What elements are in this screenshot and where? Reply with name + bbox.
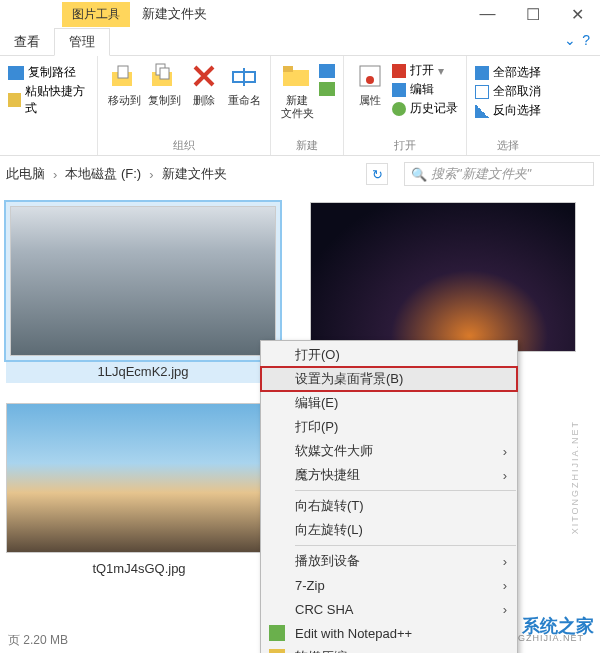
delete-icon <box>188 60 220 92</box>
contextual-tab[interactable]: 图片工具 <box>62 2 130 27</box>
close-button[interactable]: ✕ <box>555 0 600 28</box>
submenu-arrow-icon: › <box>503 578 507 593</box>
cm-mofang[interactable]: 魔方快捷组› <box>261 463 517 487</box>
cm-separator <box>295 490 516 491</box>
open-icon <box>392 64 406 78</box>
cm-open[interactable]: 打开(O) <box>261 343 517 367</box>
refresh-button[interactable]: ↻ <box>366 163 388 185</box>
properties-icon <box>354 60 386 92</box>
window-controls: — ☐ ✕ <box>465 0 600 28</box>
svg-rect-1 <box>118 66 128 78</box>
cm-edit[interactable]: 编辑(E) <box>261 391 517 415</box>
svg-rect-4 <box>160 68 169 79</box>
ribbon-group-organize: 移动到 复制到 删除 重命名 组织 <box>98 56 271 155</box>
copy-path-icon <box>8 66 24 80</box>
invert-select-button[interactable]: 反向选择 <box>475 102 541 119</box>
tab-manage[interactable]: 管理 <box>54 28 110 56</box>
breadcrumb-part[interactable]: 此电脑 <box>6 165 45 183</box>
cm-separator <box>295 545 516 546</box>
svg-point-10 <box>366 76 374 84</box>
window-title: 新建文件夹 <box>142 5 207 23</box>
select-none-button[interactable]: 全部取消 <box>475 83 541 100</box>
cm-notepadpp[interactable]: Edit with Notepad++ <box>261 621 517 645</box>
cm-print[interactable]: 打印(P) <box>261 415 517 439</box>
ribbon-group-new: 新建 文件夹 新建 <box>271 56 344 155</box>
cm-ruanmei-file[interactable]: 软媒文件大师› <box>261 439 517 463</box>
breadcrumb[interactable]: 此电脑 › 本地磁盘 (F:) › 新建文件夹 <box>6 165 358 183</box>
cm-rotate-left[interactable]: 向左旋转(L) <box>261 518 517 542</box>
search-icon: 🔍 <box>411 167 427 182</box>
ribbon-group-select: 全部选择 全部取消 反向选择 选择 <box>467 56 549 155</box>
watermark-text: 系统之家 <box>522 614 594 638</box>
folder-icon <box>281 60 313 92</box>
ribbon-help: ⌄ ? <box>564 32 590 48</box>
properties-button[interactable]: 属性 <box>352 60 388 107</box>
history-button[interactable]: 历史记录 <box>392 100 458 117</box>
watermark-url-vertical: XITONGZHIJIA.NET <box>570 420 580 534</box>
help-icon[interactable]: ? <box>582 32 590 48</box>
breadcrumb-sep-icon: › <box>53 167 57 182</box>
cm-set-desktop-bg[interactable]: 设置为桌面背景(B) <box>261 367 517 391</box>
new-folder-button[interactable]: 新建 文件夹 <box>279 60 315 120</box>
copy-path-button[interactable]: 复制路径 <box>8 64 89 81</box>
submenu-arrow-icon: › <box>503 468 507 483</box>
zip-icon <box>269 649 285 653</box>
thumbnail-image <box>6 403 272 553</box>
easy-access-icon[interactable] <box>319 82 335 96</box>
submenu-arrow-icon: › <box>503 554 507 569</box>
context-menu: 打开(O) 设置为桌面背景(B) 编辑(E) 打印(P) 软媒文件大师› 魔方快… <box>260 340 518 653</box>
open-button[interactable]: 打开▾ <box>392 62 458 79</box>
notepadpp-icon <box>269 625 285 641</box>
ribbon-tabs: 查看 管理 ⌄ ? <box>0 28 600 56</box>
submenu-arrow-icon: › <box>503 602 507 617</box>
select-all-button[interactable]: 全部选择 <box>475 64 541 81</box>
breadcrumb-part[interactable]: 新建文件夹 <box>162 165 227 183</box>
file-name: 1LJqEcmK2.jpg <box>10 364 276 379</box>
copy-to-icon <box>148 60 180 92</box>
ribbon-group-open: 属性 打开▾ 编辑 历史记录 打开 <box>344 56 467 155</box>
delete-button[interactable]: 删除 <box>186 60 222 107</box>
paste-shortcut-button[interactable]: 粘贴快捷方式 <box>8 83 89 117</box>
cm-ruanmei-zip[interactable]: 软媒压缩› <box>261 645 517 653</box>
edit-button[interactable]: 编辑 <box>392 81 458 98</box>
file-name: tQ1mJ4sGQ.jpg <box>6 561 272 576</box>
status-bar: 页 2.20 MB <box>0 628 76 653</box>
move-to-icon <box>108 60 140 92</box>
new-item-icon[interactable] <box>319 64 335 78</box>
file-item[interactable]: tQ1mJ4sGQ.jpg <box>6 403 272 576</box>
breadcrumb-sep-icon: › <box>149 167 153 182</box>
search-input[interactable]: 🔍 搜索"新建文件夹" <box>404 162 594 186</box>
select-none-icon <box>475 85 489 99</box>
cm-7zip[interactable]: 7-Zip› <box>261 573 517 597</box>
ribbon: 复制路径 粘贴快捷方式 移动到 复制到 删除 <box>0 56 600 156</box>
cm-cast-to[interactable]: 播放到设备› <box>261 549 517 573</box>
breadcrumb-part[interactable]: 本地磁盘 (F:) <box>65 165 141 183</box>
edit-icon <box>392 83 406 97</box>
address-bar-row: 此电脑 › 本地磁盘 (F:) › 新建文件夹 ↻ 🔍 搜索"新建文件夹" <box>0 156 600 192</box>
maximize-button[interactable]: ☐ <box>510 0 555 28</box>
rename-button[interactable]: 重命名 <box>226 60 262 107</box>
svg-rect-8 <box>283 66 293 72</box>
paste-shortcut-icon <box>8 93 21 107</box>
tab-view[interactable]: 查看 <box>0 29 54 55</box>
submenu-arrow-icon: › <box>503 650 507 654</box>
thumbnail-image <box>10 206 276 356</box>
title-bar: 图片工具 新建文件夹 — ☐ ✕ <box>0 0 600 28</box>
cm-rotate-right[interactable]: 向右旋转(T) <box>261 494 517 518</box>
submenu-arrow-icon: › <box>503 444 507 459</box>
rename-icon <box>228 60 260 92</box>
file-item-selected[interactable]: 1LJqEcmK2.jpg <box>6 202 280 383</box>
invert-select-icon <box>475 104 489 118</box>
select-all-icon <box>475 66 489 80</box>
minimize-button[interactable]: — <box>465 0 510 28</box>
ribbon-group-clipboard: 复制路径 粘贴快捷方式 <box>0 56 98 155</box>
collapse-ribbon-icon[interactable]: ⌄ <box>564 32 576 48</box>
move-to-button[interactable]: 移动到 <box>106 60 142 107</box>
thumbnail-image <box>310 202 576 352</box>
history-icon <box>392 102 406 116</box>
cm-crc-sha[interactable]: CRC SHA› <box>261 597 517 621</box>
copy-to-button[interactable]: 复制到 <box>146 60 182 107</box>
svg-rect-7 <box>283 70 309 86</box>
